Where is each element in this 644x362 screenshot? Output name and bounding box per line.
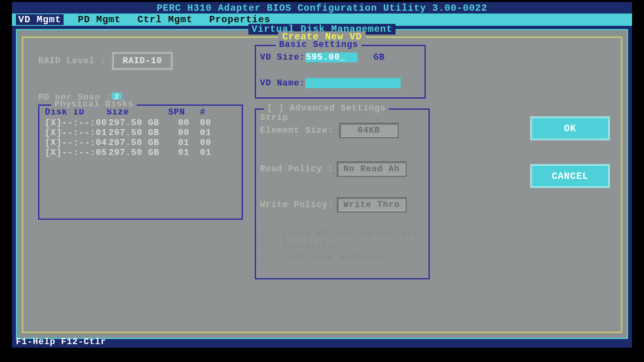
menu-vd-mgmt[interactable]: VD Mgmt <box>16 14 64 25</box>
vd-management-frame: Virtual Disk Management Create New VD RA… <box>16 29 628 339</box>
check-initialize[interactable]: [ ] Initialize <box>260 241 339 251</box>
vd-name-label: VD Name: <box>260 78 305 88</box>
read-policy-select[interactable]: No Read Ah <box>337 161 407 177</box>
cancel-button[interactable]: CANCEL <box>530 164 610 188</box>
vd-size-input[interactable]: 595.00_ <box>305 52 358 62</box>
physical-disks-box: Physical Disks Disk ID Size SPN # [X]--:… <box>38 105 243 220</box>
vd-size-unit: GB <box>373 52 384 62</box>
col-num: # <box>200 107 216 117</box>
col-spn: SPN <box>168 107 200 117</box>
advanced-settings-box: [ ] Advanced Settings Strip Element Size… <box>255 108 430 279</box>
write-policy-select[interactable]: Write Thro <box>337 197 407 213</box>
raid-level-label: RAID Level : <box>38 56 106 66</box>
check-force-wb[interactable]: [ ] Force WB with no battery <box>260 229 418 239</box>
strip-label-2: Element Size: <box>260 126 334 136</box>
ok-button[interactable]: OK <box>530 116 610 140</box>
read-policy-label: Read Policy : <box>260 164 334 174</box>
write-policy-label: Write Policy: <box>260 200 334 210</box>
basic-settings-box: Basic Settings VD Size: 595.00_ GB VD Na… <box>255 45 426 99</box>
advanced-settings-title[interactable]: [ ] Advanced Settings <box>264 103 389 113</box>
strip-size-select[interactable]: 64KB <box>339 123 399 138</box>
raid-level-select[interactable]: RAID-10 <box>112 52 172 70</box>
basic-settings-title: Basic Settings <box>276 40 361 50</box>
menu-ctrl-mgmt[interactable]: Ctrl Mgmt <box>135 14 195 25</box>
create-vd-frame: Create New VD RAID Level : RAID-10 PD pe… <box>22 37 622 333</box>
strip-label-1: Strip <box>260 113 288 123</box>
disk-row[interactable]: [X]--:--:00297.50 GB0000 <box>39 118 242 128</box>
physical-disks-title: Physical Disks <box>51 99 137 109</box>
vd-size-label: VD Size: <box>260 52 305 62</box>
help-hint: F1-Help F12-Ctlr <box>16 337 106 347</box>
disk-row[interactable]: [X]--:--:04297.50 GB0100 <box>39 138 242 148</box>
disk-row[interactable]: [X]--:--:05297.50 GB0101 <box>39 148 242 158</box>
app-title: PERC H310 Adapter BIOS Configuration Uti… <box>12 2 632 14</box>
disk-row[interactable]: [X]--:--:01297.50 GB0001 <box>39 128 242 138</box>
check-hotspare[interactable]: [ ] Configure HotSpare <box>260 253 384 263</box>
menu-pd-mgmt[interactable]: PD Mgmt <box>76 14 123 25</box>
menu-properties[interactable]: Properties <box>207 14 273 25</box>
vd-name-input[interactable] <box>305 78 401 88</box>
